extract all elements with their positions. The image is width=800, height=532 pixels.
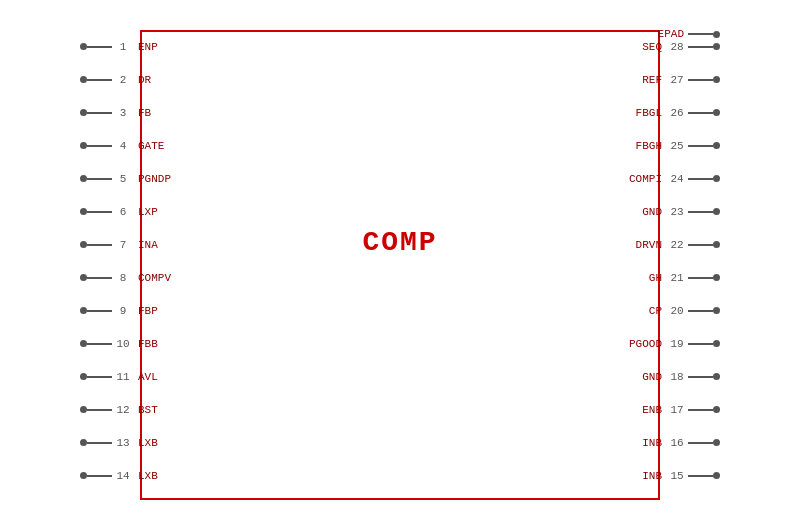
left-pin-12: 12 BST: [80, 393, 175, 426]
pin-line: [87, 475, 112, 477]
pin-dot: [713, 472, 720, 479]
pin-line: [688, 409, 713, 411]
pin-label: ENB: [638, 404, 666, 416]
pin-line: [688, 178, 713, 180]
ic-body: COMP: [140, 30, 660, 500]
pin-label: INB: [638, 437, 666, 449]
pin-dot: [713, 142, 720, 149]
right-pin-21: 21 GH: [625, 261, 720, 294]
right-pin-20: 20 CP: [625, 294, 720, 327]
pin-line: [688, 376, 713, 378]
left-pin-4: 4 GATE: [80, 129, 175, 162]
pin-dot: [713, 241, 720, 248]
pin-line: [688, 46, 713, 48]
left-pin-13: 13 LXB: [80, 426, 175, 459]
left-pins: 1 ENP 2 DR 3 FB 4 GATE 5 PGNDP 6 LXP: [80, 30, 175, 492]
pin-label: ENP: [134, 41, 162, 53]
pin-label: AVL: [134, 371, 162, 383]
pin-number: 17: [666, 404, 688, 416]
pin-number: 5: [112, 173, 134, 185]
right-pins: 28 SEQ 27 REF 26 FBGL 25 FBGH 24 COMPI 2…: [625, 30, 720, 492]
pin-line: [688, 343, 713, 345]
pin-number: 16: [666, 437, 688, 449]
pin-number: 19: [666, 338, 688, 350]
left-pin-5: 5 PGNDP: [80, 162, 175, 195]
pin-number: 7: [112, 239, 134, 251]
pin-number: 1: [112, 41, 134, 53]
left-pin-6: 6 LXP: [80, 195, 175, 228]
pin-label: LXB: [134, 437, 162, 449]
pin-label: GND: [638, 206, 666, 218]
pin-dot: [80, 439, 87, 446]
right-pin-26: 26 FBGL: [625, 96, 720, 129]
right-pin-25: 25 FBGH: [625, 129, 720, 162]
pin-dot: [80, 307, 87, 314]
pin-label: CP: [645, 305, 666, 317]
pin-label: LXB: [134, 470, 162, 482]
pin-line: [87, 343, 112, 345]
pin-dot: [713, 406, 720, 413]
pin-label: DRVN: [632, 239, 666, 251]
pin-dot: [713, 373, 720, 380]
pin-number: 15: [666, 470, 688, 482]
pin-label: GATE: [134, 140, 168, 152]
pin-number: 4: [112, 140, 134, 152]
right-pin-15: 15 INB: [625, 459, 720, 492]
pin-number: 22: [666, 239, 688, 251]
pin-label: INA: [134, 239, 162, 251]
pin-line: [688, 277, 713, 279]
pin-line: [87, 112, 112, 114]
pin-label: FB: [134, 107, 155, 119]
pin-line: [87, 46, 112, 48]
pin-line: [688, 211, 713, 213]
pin-label: FBB: [134, 338, 162, 350]
comp-label: COMP: [362, 226, 437, 257]
left-pin-14: 14 LXB: [80, 459, 175, 492]
left-pin-9: 9 FBP: [80, 294, 175, 327]
right-pin-16: 16 INB: [625, 426, 720, 459]
pin-line: [87, 409, 112, 411]
pin-number: 20: [666, 305, 688, 317]
pin-label: PGOOD: [625, 338, 666, 350]
pin-line: [688, 310, 713, 312]
pin-dot: [80, 274, 87, 281]
pin-number: 11: [112, 371, 134, 383]
pin-number: 13: [112, 437, 134, 449]
pin-dot: [713, 109, 720, 116]
pin-number: 9: [112, 305, 134, 317]
pin-dot: [713, 76, 720, 83]
pin-dot: [80, 406, 87, 413]
pin-number: 14: [112, 470, 134, 482]
pin-label: REF: [638, 74, 666, 86]
pin-line: [87, 79, 112, 81]
pin-dot: [713, 439, 720, 446]
left-pin-11: 11 AVL: [80, 360, 175, 393]
pin-label: DR: [134, 74, 155, 86]
pin-number: 10: [112, 338, 134, 350]
left-pin-7: 7 INA: [80, 228, 175, 261]
pin-line: [87, 442, 112, 444]
pin-number: 28: [666, 41, 688, 53]
pin-label: FBGL: [632, 107, 666, 119]
pin-dot: [80, 208, 87, 215]
left-pin-10: 10 FBB: [80, 327, 175, 360]
pin-label: PGNDP: [134, 173, 175, 185]
left-pin-2: 2 DR: [80, 63, 175, 96]
right-pin-22: 22 DRVN: [625, 228, 720, 261]
pin-number: 27: [666, 74, 688, 86]
pin-dot: [80, 43, 87, 50]
pin-label: GH: [645, 272, 666, 284]
pin-line: [87, 277, 112, 279]
left-pin-3: 3 FB: [80, 96, 175, 129]
pin-line: [87, 244, 112, 246]
pin-line: [688, 112, 713, 114]
pin-label: INB: [638, 470, 666, 482]
pin-number: 18: [666, 371, 688, 383]
pin-number: 3: [112, 107, 134, 119]
pin-number: 21: [666, 272, 688, 284]
pin-line: [87, 376, 112, 378]
pin-dot: [713, 43, 720, 50]
pin-number: 23: [666, 206, 688, 218]
pin-line: [688, 442, 713, 444]
pin-dot: [713, 340, 720, 347]
